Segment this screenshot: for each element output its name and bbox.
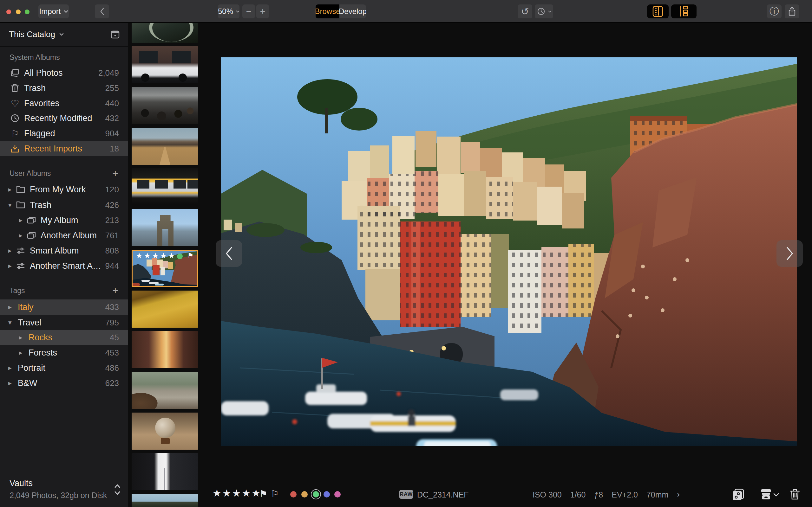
sidebar: This Catalog System Albums All Photos 2,… (0, 23, 128, 507)
sidebar-item-user-trash[interactable]: ▾ Trash 426 (0, 198, 128, 213)
sidebar-item-recently-modified[interactable]: Recently Modified 432 (0, 111, 128, 126)
filmstrip-thumb-desert-road[interactable] (132, 128, 198, 165)
archive-chevron-down-icon[interactable] (773, 493, 779, 497)
zoom-in-button[interactable]: + (256, 4, 269, 18)
vaults-expander-icon[interactable] (114, 483, 121, 496)
filmstrip-thumb-golden-dunes[interactable] (132, 291, 198, 328)
smart-album-icon (15, 245, 26, 256)
clock-icon (537, 7, 545, 15)
filmstrip-thumb-brick-warehouse-sunset[interactable] (132, 331, 198, 368)
disclosure-triangle[interactable]: ▾ (8, 201, 15, 209)
flag-outline-icon[interactable]: ⚐ (271, 489, 279, 499)
catalog-dropdown-label[interactable]: This Catalog (9, 30, 55, 39)
sidebar-item-another-album[interactable]: ▸ Another Album 761 (0, 228, 128, 243)
filmstrip-thumb-stone-arch-bridge[interactable] (132, 23, 198, 43)
plus-icon: + (260, 6, 265, 16)
sidebar-item-flagged[interactable]: ⚐ Flagged 904 (0, 126, 128, 141)
disclosure-triangle[interactable]: ▸ (8, 262, 15, 270)
disclosure-triangle[interactable]: ▸ (19, 349, 26, 356)
copy-adjustments-button[interactable] (732, 489, 745, 502)
filmstrip-thumb-white-car[interactable] (132, 46, 198, 83)
filmstrip-thumb-skyscrapers-tower[interactable] (132, 453, 198, 490)
import-button[interactable]: Import (38, 4, 69, 18)
next-photo-button[interactable] (776, 240, 803, 267)
sidebar-item-all-photos[interactable]: All Photos 2,049 (0, 65, 128, 80)
zoom-level-value: 50% (218, 7, 233, 16)
sidebar-item-another-smart-album[interactable]: ▸ Another Smart A… 944 (0, 258, 128, 274)
disclosure-triangle[interactable]: ▸ (19, 216, 26, 224)
disclosure-triangle[interactable]: ▸ (8, 303, 15, 311)
chevron-down-icon[interactable] (59, 33, 64, 36)
filmstrip-thumb-riomaggiore-selected[interactable]: ★★★★★ ⚑ (132, 250, 198, 287)
share-button[interactable] (785, 4, 799, 18)
toggle-info-panel-button[interactable] (671, 4, 697, 18)
filmstrip-thumb-train-platform-crowd[interactable] (132, 87, 198, 124)
section-header-system-albums: System Albums (9, 52, 118, 63)
disclosure-triangle[interactable]: ▸ (19, 232, 26, 239)
exif-aperture: ƒ8 (594, 490, 603, 499)
info-button[interactable]: ⓘ (767, 4, 781, 18)
exif-more-chevron[interactable]: › (677, 490, 680, 499)
back-button[interactable] (95, 4, 109, 18)
sidebar-item-my-album[interactable]: ▸ My Album 213 (0, 213, 128, 228)
sidebar-tag-italy[interactable]: ▸ Italy 433 (0, 299, 128, 315)
filmstrip: ★★★★★ ⚑ (128, 23, 203, 507)
color-label-blue[interactable] (323, 491, 330, 498)
sidebar-tag-portrait[interactable]: ▸ Portrait 486 (0, 360, 128, 376)
clock-icon (9, 113, 20, 124)
exif-iso: ISO 300 (532, 490, 562, 499)
filmstrip-thumb-hillside-sky[interactable] (132, 494, 198, 507)
window-close-button[interactable] (6, 9, 11, 14)
disclosure-triangle[interactable]: ▸ (8, 364, 15, 372)
add-tag-button[interactable]: + (112, 285, 118, 297)
sidebar-tag-travel[interactable]: ▾ Travel 795 (0, 315, 128, 330)
filmstrip-thumb-brooklyn-bridge[interactable] (132, 209, 198, 246)
disclosure-triangle[interactable]: ▾ (8, 319, 15, 326)
zoom-out-button[interactable]: − (242, 4, 255, 18)
toggle-filmstrip-panel-button[interactable] (647, 4, 669, 18)
exif-readout: ISO 300 1/60 ƒ8 EV+2.0 70mm › (532, 490, 680, 499)
tab-browse[interactable]: Browse (316, 4, 339, 18)
filmstrip-thumb-hand-on-globe[interactable] (132, 412, 198, 450)
sidebar-tag-rocks[interactable]: ▸ Rocks 45 (0, 330, 128, 345)
viewer (203, 23, 812, 507)
chevron-left-icon (100, 8, 104, 15)
disclosure-triangle[interactable]: ▸ (8, 186, 15, 193)
filmstrip-thumb-yellow-train[interactable] (132, 168, 198, 205)
color-label-red[interactable] (290, 491, 297, 498)
disclosure-triangle[interactable]: ▸ (8, 379, 15, 387)
color-label-green-selected[interactable] (313, 491, 319, 498)
sidebar-item-trash[interactable]: Trash 255 (0, 80, 128, 96)
filmstrip-thumb-arm-out-car-window[interactable] (132, 372, 198, 409)
delete-photo-button[interactable] (790, 489, 800, 501)
window-zoom-button[interactable] (25, 9, 30, 14)
sidebar-item-smart-album[interactable]: ▸ Smart Album 808 (0, 243, 128, 258)
undo-button[interactable]: ↺ (518, 4, 532, 18)
color-label-pink[interactable] (334, 491, 341, 498)
sidebar-tag-bw[interactable]: ▸ B&W 623 (0, 376, 128, 391)
filmstrip-panel-icon (653, 5, 663, 17)
import-button-label: Import (39, 7, 61, 16)
history-button[interactable] (535, 4, 553, 18)
flag-pick-icon[interactable]: ⚑ (259, 489, 267, 499)
disclosure-triangle[interactable]: ▸ (19, 334, 26, 341)
sidebar-item-recent-imports[interactable]: Recent Imports 18 (0, 141, 128, 156)
tab-develop[interactable]: Develop (339, 4, 366, 18)
disclosure-triangle[interactable]: ▸ (8, 247, 15, 255)
add-album-button[interactable]: + (112, 168, 118, 179)
vaults-summary: 2,049 Photos, 32gb on Disk (9, 491, 107, 500)
vaults-footer[interactable]: Vaults 2,049 Photos, 32gb on Disk (9, 478, 107, 500)
smart-album-icon (15, 261, 26, 271)
folder-icon (15, 200, 26, 210)
sidebar-item-from-my-work[interactable]: ▸ From My Work 120 (0, 182, 128, 197)
sidebar-item-favorites[interactable]: ♡ Favorites 440 (0, 96, 128, 111)
rating-stars[interactable]: ★★★★★ (212, 487, 261, 499)
sidebar-tag-forests[interactable]: ▸ Forests 453 (0, 345, 128, 360)
section-header-tags: Tags + (9, 285, 118, 296)
zoom-level-dropdown[interactable]: 50% (218, 4, 240, 18)
archive-export-button[interactable] (760, 489, 772, 501)
window-minimize-button[interactable] (16, 9, 20, 14)
color-label-orange[interactable] (301, 491, 308, 498)
previous-photo-button[interactable] (216, 240, 242, 267)
collapse-sidebar-icon[interactable] (111, 31, 119, 39)
